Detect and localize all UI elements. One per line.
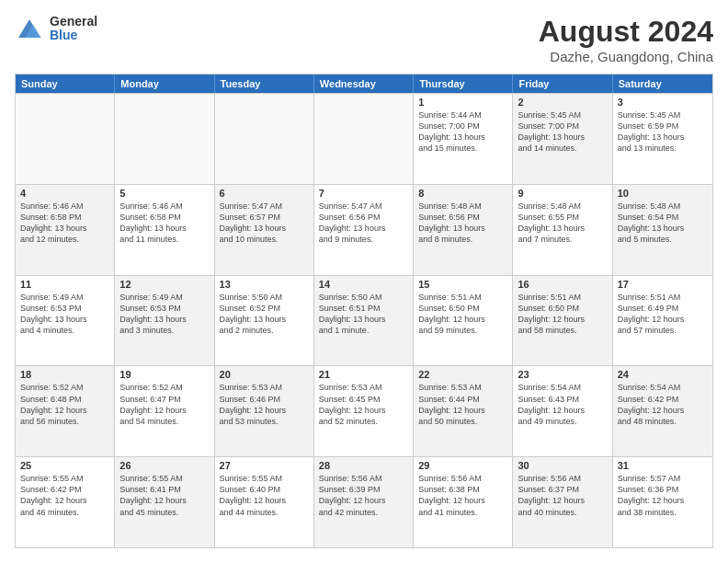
calendar-row-0: 1Sunrise: 5:44 AM Sunset: 7:00 PM Daylig… bbox=[16, 93, 712, 184]
cell-info: Sunrise: 5:52 AM Sunset: 6:48 PM Dayligh… bbox=[20, 382, 109, 427]
logo-icon bbox=[15, 16, 44, 41]
day-header-fri: Friday bbox=[513, 75, 612, 93]
calendar-cell-1-5: 9Sunrise: 5:48 AM Sunset: 6:55 PM Daylig… bbox=[513, 185, 612, 275]
cell-info: Sunrise: 5:49 AM Sunset: 6:53 PM Dayligh… bbox=[20, 292, 109, 337]
day-number: 28 bbox=[319, 460, 408, 471]
cell-info: Sunrise: 5:45 AM Sunset: 7:00 PM Dayligh… bbox=[518, 109, 607, 155]
calendar-cell-3-0: 18Sunrise: 5:52 AM Sunset: 6:48 PM Dayli… bbox=[16, 366, 115, 456]
cell-info: Sunrise: 5:57 AM Sunset: 6:36 PM Dayligh… bbox=[618, 473, 708, 518]
day-number: 12 bbox=[119, 279, 209, 290]
calendar-cell-3-6: 24Sunrise: 5:54 AM Sunset: 6:42 PM Dayli… bbox=[613, 366, 712, 456]
cell-info: Sunrise: 5:55 AM Sunset: 6:40 PM Dayligh… bbox=[220, 473, 309, 518]
calendar-header: Sunday Monday Tuesday Wednesday Thursday… bbox=[16, 75, 712, 93]
cell-info: Sunrise: 5:50 AM Sunset: 6:51 PM Dayligh… bbox=[319, 292, 408, 337]
day-number: 6 bbox=[220, 188, 309, 199]
main-title: August 2024 bbox=[539, 15, 713, 49]
cell-info: Sunrise: 5:48 AM Sunset: 6:56 PM Dayligh… bbox=[418, 201, 507, 246]
calendar-cell-1-3: 7Sunrise: 5:47 AM Sunset: 6:56 PM Daylig… bbox=[314, 185, 414, 275]
logo-text: General Blue bbox=[50, 15, 97, 43]
calendar-cell-0-3 bbox=[314, 94, 414, 184]
subtitle: Dazhe, Guangdong, China bbox=[539, 49, 713, 64]
day-number: 13 bbox=[220, 279, 309, 290]
day-number: 22 bbox=[418, 369, 507, 380]
day-number: 15 bbox=[418, 279, 507, 290]
cell-info: Sunrise: 5:47 AM Sunset: 6:56 PM Dayligh… bbox=[319, 201, 408, 246]
cell-info: Sunrise: 5:53 AM Sunset: 6:46 PM Dayligh… bbox=[220, 382, 309, 427]
cell-info: Sunrise: 5:51 AM Sunset: 6:49 PM Dayligh… bbox=[618, 292, 708, 337]
cell-info: Sunrise: 5:55 AM Sunset: 6:41 PM Dayligh… bbox=[119, 473, 209, 518]
calendar-cell-1-1: 5Sunrise: 5:46 AM Sunset: 6:58 PM Daylig… bbox=[115, 185, 214, 275]
day-number: 25 bbox=[20, 460, 109, 471]
day-number: 14 bbox=[319, 279, 408, 290]
calendar-cell-2-1: 12Sunrise: 5:49 AM Sunset: 6:53 PM Dayli… bbox=[115, 276, 214, 366]
calendar-cell-4-1: 26Sunrise: 5:55 AM Sunset: 6:41 PM Dayli… bbox=[115, 457, 214, 547]
calendar-cell-1-4: 8Sunrise: 5:48 AM Sunset: 6:56 PM Daylig… bbox=[414, 185, 513, 275]
calendar-cell-1-6: 10Sunrise: 5:48 AM Sunset: 6:54 PM Dayli… bbox=[613, 185, 712, 275]
calendar-cell-2-2: 13Sunrise: 5:50 AM Sunset: 6:52 PM Dayli… bbox=[215, 276, 314, 366]
cell-info: Sunrise: 5:56 AM Sunset: 6:39 PM Dayligh… bbox=[319, 473, 408, 518]
calendar-cell-4-4: 29Sunrise: 5:56 AM Sunset: 6:38 PM Dayli… bbox=[414, 457, 513, 547]
day-number: 31 bbox=[618, 460, 708, 471]
cell-info: Sunrise: 5:47 AM Sunset: 6:57 PM Dayligh… bbox=[220, 201, 309, 246]
calendar-cell-2-0: 11Sunrise: 5:49 AM Sunset: 6:53 PM Dayli… bbox=[16, 276, 115, 366]
day-number: 30 bbox=[518, 460, 607, 471]
calendar: Sunday Monday Tuesday Wednesday Thursday… bbox=[15, 74, 713, 548]
cell-info: Sunrise: 5:56 AM Sunset: 6:38 PM Dayligh… bbox=[418, 473, 507, 518]
day-number: 10 bbox=[618, 188, 708, 199]
cell-info: Sunrise: 5:56 AM Sunset: 6:37 PM Dayligh… bbox=[518, 473, 607, 518]
day-number: 26 bbox=[119, 460, 209, 471]
logo-blue: Blue bbox=[50, 29, 97, 42]
calendar-cell-2-6: 17Sunrise: 5:51 AM Sunset: 6:49 PM Dayli… bbox=[613, 276, 712, 366]
cell-info: Sunrise: 5:53 AM Sunset: 6:45 PM Dayligh… bbox=[319, 382, 408, 427]
calendar-cell-0-4: 1Sunrise: 5:44 AM Sunset: 7:00 PM Daylig… bbox=[414, 94, 513, 184]
calendar-row-4: 25Sunrise: 5:55 AM Sunset: 6:42 PM Dayli… bbox=[16, 456, 712, 547]
day-number: 2 bbox=[518, 97, 607, 108]
day-number: 16 bbox=[518, 279, 607, 290]
calendar-cell-0-5: 2Sunrise: 5:45 AM Sunset: 7:00 PM Daylig… bbox=[513, 94, 612, 184]
cell-info: Sunrise: 5:46 AM Sunset: 6:58 PM Dayligh… bbox=[119, 201, 209, 246]
calendar-cell-3-4: 22Sunrise: 5:53 AM Sunset: 6:44 PM Dayli… bbox=[414, 366, 513, 456]
calendar-row-1: 4Sunrise: 5:46 AM Sunset: 6:58 PM Daylig… bbox=[16, 184, 712, 275]
day-number: 11 bbox=[20, 279, 109, 290]
calendar-cell-4-5: 30Sunrise: 5:56 AM Sunset: 6:37 PM Dayli… bbox=[513, 457, 612, 547]
calendar-cell-2-5: 16Sunrise: 5:51 AM Sunset: 6:50 PM Dayli… bbox=[513, 276, 612, 366]
day-number: 20 bbox=[220, 369, 309, 380]
calendar-cell-1-0: 4Sunrise: 5:46 AM Sunset: 6:58 PM Daylig… bbox=[16, 185, 115, 275]
day-number: 8 bbox=[418, 188, 507, 199]
logo-general: General bbox=[50, 15, 97, 29]
calendar-cell-0-2 bbox=[215, 94, 314, 184]
cell-info: Sunrise: 5:46 AM Sunset: 6:58 PM Dayligh… bbox=[20, 201, 109, 246]
day-number: 5 bbox=[119, 188, 209, 199]
day-number: 9 bbox=[518, 188, 607, 199]
day-number: 24 bbox=[618, 369, 708, 380]
cell-info: Sunrise: 5:49 AM Sunset: 6:53 PM Dayligh… bbox=[119, 292, 209, 337]
day-number: 19 bbox=[119, 369, 209, 380]
day-number: 29 bbox=[418, 460, 507, 471]
cell-info: Sunrise: 5:51 AM Sunset: 6:50 PM Dayligh… bbox=[518, 292, 607, 337]
day-number: 18 bbox=[20, 369, 109, 380]
calendar-cell-2-4: 15Sunrise: 5:51 AM Sunset: 6:50 PM Dayli… bbox=[414, 276, 513, 366]
day-number: 3 bbox=[618, 97, 708, 108]
day-header-thu: Thursday bbox=[414, 75, 513, 93]
day-number: 17 bbox=[618, 279, 708, 290]
calendar-cell-2-3: 14Sunrise: 5:50 AM Sunset: 6:51 PM Dayli… bbox=[314, 276, 414, 366]
day-number: 27 bbox=[220, 460, 309, 471]
calendar-cell-0-6: 3Sunrise: 5:45 AM Sunset: 6:59 PM Daylig… bbox=[613, 94, 712, 184]
day-number: 21 bbox=[319, 369, 408, 380]
calendar-cell-1-2: 6Sunrise: 5:47 AM Sunset: 6:57 PM Daylig… bbox=[215, 185, 314, 275]
calendar-body: 1Sunrise: 5:44 AM Sunset: 7:00 PM Daylig… bbox=[16, 93, 712, 547]
calendar-cell-0-0 bbox=[16, 94, 115, 184]
cell-info: Sunrise: 5:50 AM Sunset: 6:52 PM Dayligh… bbox=[220, 292, 309, 337]
day-header-sun: Sunday bbox=[16, 75, 115, 93]
cell-info: Sunrise: 5:53 AM Sunset: 6:44 PM Dayligh… bbox=[418, 382, 507, 427]
day-number: 7 bbox=[319, 188, 408, 199]
day-number: 4 bbox=[20, 188, 109, 199]
day-header-sat: Saturday bbox=[613, 75, 712, 93]
logo: General Blue bbox=[15, 15, 97, 43]
page: General Blue August 2024 Dazhe, Guangdon… bbox=[0, 0, 728, 563]
cell-info: Sunrise: 5:51 AM Sunset: 6:50 PM Dayligh… bbox=[418, 292, 507, 337]
title-block: August 2024 Dazhe, Guangdong, China bbox=[539, 15, 713, 64]
calendar-cell-3-1: 19Sunrise: 5:52 AM Sunset: 6:47 PM Dayli… bbox=[115, 366, 214, 456]
calendar-cell-4-3: 28Sunrise: 5:56 AM Sunset: 6:39 PM Dayli… bbox=[314, 457, 414, 547]
calendar-cell-4-0: 25Sunrise: 5:55 AM Sunset: 6:42 PM Dayli… bbox=[16, 457, 115, 547]
